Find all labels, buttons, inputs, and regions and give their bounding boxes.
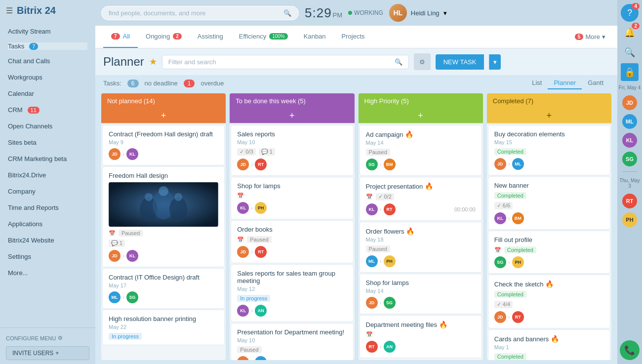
lock-icon[interactable]: 🔒 bbox=[621, 63, 639, 81]
avatar-row: SG › PH bbox=[494, 256, 604, 268]
col-to-be-done: To be done this week (5) + Sales reports… bbox=[230, 93, 354, 360]
tab-assisting[interactable]: Assisting bbox=[190, 26, 231, 48]
avatar: AN bbox=[255, 305, 267, 317]
col-completed-header: Completed (7) bbox=[487, 93, 611, 109]
task-meta2: ✓ 6/6 bbox=[494, 202, 604, 209]
col-high-priority-cards: Ad campaign 🔥 May 14 Paused SG › BM Proj… bbox=[359, 124, 483, 360]
avatar-fri-4[interactable]: SG bbox=[622, 152, 637, 166]
sidebar-item-applications[interactable]: Applications bbox=[0, 216, 95, 232]
avatar: PH bbox=[255, 202, 267, 214]
planner-search[interactable]: Filter and search 🔍 bbox=[162, 55, 409, 69]
avatar: ML bbox=[109, 291, 120, 303]
bell-icon[interactable]: 🔔 2 bbox=[621, 24, 639, 41]
configure-menu[interactable]: CONFIGURE MENU ⚙ bbox=[6, 332, 89, 344]
task-card[interactable]: Buy decoration elements May 15 Completed… bbox=[488, 125, 610, 175]
sidebar-item-sites[interactable]: Sites beta bbox=[0, 134, 95, 151]
task-card[interactable]: Sales reports May 10 ✓ 0/3 💬 1 JD › RT bbox=[231, 125, 353, 176]
tab-all[interactable]: 7 All bbox=[103, 26, 138, 48]
user-info[interactable]: HL Heidi Ling ▾ bbox=[389, 4, 447, 22]
avatar-fri-1[interactable]: JD bbox=[622, 95, 637, 110]
task-card[interactable]: Project presentation 🔥 📅 ✓ 0/2 KL › RT 0… bbox=[360, 177, 482, 221]
task-card[interactable]: Cards and banners 🔥 May 1 Completed ML ›… bbox=[488, 329, 610, 360]
search-bar[interactable]: find people, documents, and more 🔍 bbox=[101, 6, 299, 20]
sidebar-item-time-reports[interactable]: Time and Reports bbox=[0, 200, 95, 216]
task-title: Order flowers 🔥 bbox=[366, 227, 476, 235]
avatar-fri-3[interactable]: KL bbox=[622, 133, 637, 148]
tab-ongoing[interactable]: Ongoing 2 bbox=[138, 26, 190, 48]
task-card[interactable]: Department meeting files 🔥 📅 RT › AN bbox=[360, 315, 482, 358]
task-meta: 📅 bbox=[366, 331, 476, 338]
task-card[interactable]: Sales reports for sales team group meeti… bbox=[231, 264, 353, 322]
task-card[interactable]: Contract (IT Office Design) draft May 17… bbox=[102, 268, 225, 309]
task-card[interactable]: Order flowers 🔥 May 18 Paused ML › PH bbox=[360, 222, 482, 273]
sidebar-item-chat[interactable]: Chat and Calls bbox=[0, 53, 95, 69]
avatar-thu-2[interactable]: PH bbox=[622, 212, 637, 227]
task-card[interactable]: Presentation for Department meeting! May… bbox=[231, 323, 353, 360]
avatar: JD bbox=[109, 148, 120, 160]
search-icon[interactable]: 🔍 bbox=[621, 43, 639, 61]
search-icon: 🔍 bbox=[395, 58, 402, 66]
status-badge: Completed bbox=[494, 353, 526, 360]
sidebar-item-settings[interactable]: Settings bbox=[0, 248, 95, 265]
new-task-dropdown[interactable]: ▾ bbox=[489, 54, 501, 70]
search-placeholder: find people, documents, and more bbox=[109, 9, 206, 17]
sidebar-item-website[interactable]: Bitrix24 Website bbox=[0, 232, 95, 248]
avatar: JD bbox=[494, 158, 506, 170]
view-tab-list[interactable]: List bbox=[526, 77, 548, 89]
task-date: May 18 bbox=[366, 237, 476, 243]
view-tab-gantt[interactable]: Gantt bbox=[582, 77, 609, 89]
task-card[interactable]: Freedom Hall design bbox=[102, 166, 225, 267]
star-icon[interactable]: ★ bbox=[149, 56, 157, 67]
sidebar-item-crm[interactable]: CRM 11 bbox=[0, 102, 95, 118]
notification-badge: 4 bbox=[632, 3, 640, 9]
hamburger-icon[interactable]: ☰ bbox=[6, 6, 13, 15]
col-not-planned-add[interactable]: + bbox=[101, 109, 226, 123]
sidebar-item-company[interactable]: Company bbox=[0, 183, 95, 200]
invite-users-button[interactable]: INVITE USERS + bbox=[6, 346, 89, 360]
svg-point-4 bbox=[145, 193, 153, 201]
task-meta2: 💬 1 bbox=[109, 240, 218, 247]
phone-btn[interactable]: 📞 bbox=[620, 340, 640, 360]
sidebar-header: ☰ Bitrix 24 bbox=[0, 0, 95, 21]
sidebar-item-activity-stream[interactable]: Activity Stream bbox=[0, 23, 95, 40]
sidebar-item-more[interactable]: More... bbox=[0, 265, 95, 281]
sidebar-item-open-channels[interactable]: Open Channels bbox=[0, 118, 95, 134]
col-completed-add[interactable]: + bbox=[487, 109, 611, 123]
new-task-button[interactable]: NEW TASK bbox=[436, 54, 484, 70]
chevron-right-icon: › bbox=[508, 215, 510, 222]
task-card[interactable]: Contract (Freedom Hall design) draft May… bbox=[102, 125, 225, 165]
avatar: ML bbox=[512, 158, 524, 170]
sidebar-item-workgroups[interactable]: Workgroups bbox=[0, 69, 95, 85]
view-tab-planner[interactable]: Planner bbox=[548, 77, 582, 89]
settings-button[interactable]: ⚙ bbox=[414, 53, 431, 70]
sidebar-item-tasks[interactable]: Tasks 7 bbox=[8, 42, 87, 50]
question-icon[interactable]: ? 4 bbox=[621, 4, 639, 22]
chevron-right-icon: › bbox=[380, 343, 382, 350]
task-card[interactable]: Ad campaign 🔥 May 14 Paused SG › BM bbox=[360, 125, 482, 176]
task-card[interactable]: New banner Completed ✓ 6/6 KL › BM bbox=[488, 176, 610, 230]
task-meta: In progress bbox=[109, 333, 218, 340]
avatar: KL bbox=[126, 148, 138, 160]
col-completed: Completed (7) + Buy decoration elements … bbox=[487, 93, 611, 360]
tab-kanban[interactable]: Kanban bbox=[296, 26, 334, 48]
task-card[interactable]: Shop for lamps 📅 KL › PH bbox=[231, 177, 353, 219]
task-card[interactable]: Check the sketch 🔥 Completed ✓ 4/4 JD › … bbox=[488, 275, 610, 328]
avatar-thu-1[interactable]: RT bbox=[622, 194, 637, 208]
col-high-priority-add[interactable]: + bbox=[359, 109, 483, 123]
clock-time: 5:29 bbox=[305, 5, 332, 21]
tab-projects[interactable]: Projects bbox=[334, 26, 373, 48]
sidebar-item-calendar[interactable]: Calendar bbox=[0, 85, 95, 102]
tabs-more[interactable]: 5 More ▾ bbox=[571, 26, 609, 47]
task-card[interactable]: High resolution banner printing May 22 I… bbox=[102, 310, 225, 345]
sidebar-item-label: Tasks bbox=[8, 42, 24, 50]
col-to-be-done-add[interactable]: + bbox=[230, 109, 354, 123]
sidebar-item-drive[interactable]: Bitrix24.Drive bbox=[0, 167, 95, 183]
avatar: RT bbox=[512, 311, 524, 323]
task-card[interactable]: Fill out profile 📅 Completed SG › PH bbox=[488, 231, 610, 274]
calendar-icon: 📅 bbox=[494, 247, 501, 253]
sidebar-item-crm-marketing[interactable]: CRM Marketing beta bbox=[0, 151, 95, 167]
task-card[interactable]: Order books 📅 Paused JD › RT bbox=[231, 220, 353, 263]
tab-efficiency[interactable]: Efficiency 100% bbox=[231, 26, 296, 48]
avatar-fri-2[interactable]: ML bbox=[622, 114, 637, 129]
task-card[interactable]: Shop for lamps May 14 JD › SG bbox=[360, 274, 482, 314]
